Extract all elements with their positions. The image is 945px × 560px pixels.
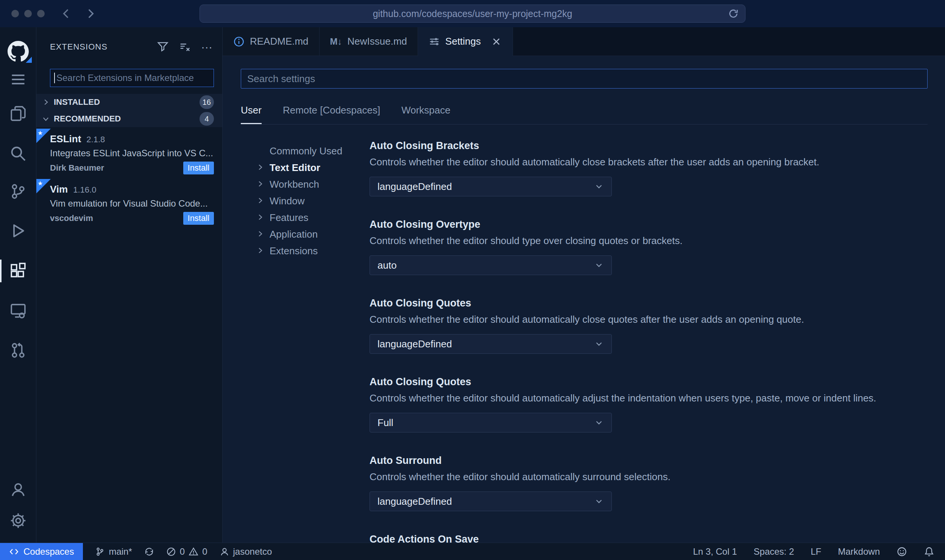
scope-tab-remote[interactable]: Remote [Codespaces] <box>283 104 380 124</box>
dropdown-value: languageDefined <box>377 496 452 507</box>
editor-area: README.md M↓ NewIssue.md Settings User R… <box>223 27 945 543</box>
setting-dropdown[interactable]: languageDefined <box>370 492 612 511</box>
install-button[interactable]: Install <box>183 212 214 225</box>
user-label: jasonetco <box>233 546 272 557</box>
section-recommended[interactable]: RECOMMENDED 4 <box>36 110 222 127</box>
section-installed[interactable]: INSTALLED 16 <box>36 94 222 110</box>
scope-tab-user[interactable]: User <box>241 104 262 124</box>
extension-item-eslint[interactable]: ★ ESLint 2.1.8 Integrates ESLint JavaScr… <box>36 129 222 177</box>
setting-auto-indent: Auto Closing Quotes Controls whether the… <box>370 376 928 432</box>
account-icon[interactable] <box>0 481 36 498</box>
language-mode-item[interactable]: Markdown <box>838 546 880 557</box>
setting-code-actions-on-save: Code Actions On Save <box>370 533 928 543</box>
url-text: github.com/codespaces/user-my-project-mg… <box>373 8 572 19</box>
indentation-item[interactable]: Spaces: 2 <box>754 546 794 557</box>
chevron-down-icon <box>594 496 604 506</box>
codespaces-status-item[interactable]: Codespaces <box>0 543 83 560</box>
section-label: INSTALLED <box>54 97 100 107</box>
problems-status-item[interactable]: 0 0 <box>166 546 207 557</box>
toc-application[interactable]: Application <box>256 226 370 243</box>
chevron-right-icon <box>256 180 270 189</box>
github-logo-icon[interactable] <box>0 41 36 62</box>
tab-label: Settings <box>445 36 481 47</box>
run-debug-icon[interactable] <box>0 222 36 239</box>
browser-back-icon[interactable] <box>60 7 73 20</box>
notifications-bell-icon[interactable] <box>924 546 934 557</box>
settings-gear-icon[interactable] <box>0 512 36 529</box>
tab-label: NewIssue.md <box>348 36 407 47</box>
extensions-sidebar: EXTENSIONS ··· INSTALLED 16 <box>36 27 223 543</box>
setting-title: Auto Closing Quotes <box>370 376 928 388</box>
toc-label: Application <box>270 229 318 240</box>
feedback-icon[interactable] <box>897 546 907 557</box>
search-icon[interactable] <box>0 145 36 162</box>
close-icon[interactable] <box>491 36 502 47</box>
remote-explorer-icon[interactable] <box>0 302 36 319</box>
menu-icon[interactable] <box>0 71 36 88</box>
clear-extensions-icon[interactable] <box>179 41 190 53</box>
tab-label: README.md <box>250 36 309 47</box>
sidebar-header: EXTENSIONS ··· <box>36 27 222 67</box>
extension-item-vim[interactable]: ★ Vim 1.16.0 Vim emulation for Visual St… <box>36 179 222 228</box>
count-badge: 4 <box>200 112 214 126</box>
workbench: EXTENSIONS ··· INSTALLED 16 <box>0 27 945 543</box>
extensions-search-input[interactable] <box>50 69 214 87</box>
toc-spacer <box>256 146 270 156</box>
dropdown-value: languageDefined <box>377 181 452 193</box>
toc-commonly-used[interactable]: Commonly Used <box>256 143 370 159</box>
setting-dropdown[interactable]: Full <box>370 413 612 432</box>
setting-dropdown[interactable]: languageDefined <box>370 334 612 354</box>
toc-features[interactable]: Features <box>256 209 370 226</box>
toc-text-editor[interactable]: Text Editor <box>256 159 370 176</box>
install-button[interactable]: Install <box>183 162 214 174</box>
person-icon <box>220 547 229 557</box>
toc-label: Window <box>270 195 304 207</box>
extension-name: ESLint <box>50 133 81 145</box>
toc-workbench[interactable]: Workbench <box>256 176 370 193</box>
setting-description: Controls whether the editor should type … <box>370 235 928 246</box>
settings-list: Auto Closing Brackets Controls whether t… <box>370 124 928 543</box>
section-label: RECOMMENDED <box>54 114 121 124</box>
branch-status-item[interactable]: main* <box>95 546 132 557</box>
cursor-position-item[interactable]: Ln 3, Col 1 <box>693 546 737 557</box>
extension-publisher: vscodevim <box>50 213 93 223</box>
user-status-item[interactable]: jasonetco <box>220 546 272 557</box>
more-actions-icon[interactable]: ··· <box>201 45 212 49</box>
scope-tab-workspace[interactable]: Workspace <box>401 104 451 124</box>
chevron-right-icon <box>256 163 270 172</box>
toc-window[interactable]: Window <box>256 193 370 209</box>
source-control-icon[interactable] <box>0 183 36 200</box>
toc-extensions[interactable]: Extensions <box>256 243 370 259</box>
url-bar[interactable]: github.com/codespaces/user-my-project-mg… <box>200 5 745 23</box>
tab-readme[interactable]: README.md <box>223 27 320 56</box>
browser-forward-icon[interactable] <box>84 7 97 20</box>
sync-icon <box>144 547 154 557</box>
settings-search-input[interactable] <box>241 69 928 89</box>
setting-description: Controls whether the editor should autom… <box>370 392 928 404</box>
explorer-icon[interactable] <box>0 105 36 122</box>
setting-dropdown[interactable]: auto <box>370 255 612 275</box>
error-icon <box>166 547 176 557</box>
pull-request-icon[interactable] <box>0 342 36 359</box>
warning-icon <box>189 547 198 557</box>
extension-publisher: Dirk Baeumer <box>50 163 104 173</box>
settings-sliders-icon <box>429 36 440 47</box>
codespaces-label: Codespaces <box>23 546 74 557</box>
star-icon: ★ <box>37 129 43 137</box>
zoom-window-button[interactable] <box>37 10 45 17</box>
close-window-button[interactable] <box>11 10 19 17</box>
eol-item[interactable]: LF <box>811 546 821 557</box>
tab-bar: README.md M↓ NewIssue.md Settings <box>223 27 945 56</box>
settings-editor: User Remote [Codespaces] Workspace Commo… <box>223 56 945 543</box>
setting-dropdown[interactable]: languageDefined <box>370 177 612 196</box>
refresh-icon[interactable] <box>728 8 739 19</box>
filter-icon[interactable] <box>157 41 168 53</box>
settings-toc: Commonly Used Text Editor Workbench Wind… <box>241 124 370 543</box>
markdown-icon: M↓ <box>330 36 342 47</box>
sync-status-item[interactable] <box>144 547 154 557</box>
tab-settings[interactable]: Settings <box>418 27 513 56</box>
extensions-icon[interactable] <box>0 263 36 279</box>
tab-newissue[interactable]: M↓ NewIssue.md <box>320 27 418 56</box>
minimize-window-button[interactable] <box>24 10 32 17</box>
setting-auto-closing-overtype: Auto Closing Overtype Controls whether t… <box>370 218 928 275</box>
